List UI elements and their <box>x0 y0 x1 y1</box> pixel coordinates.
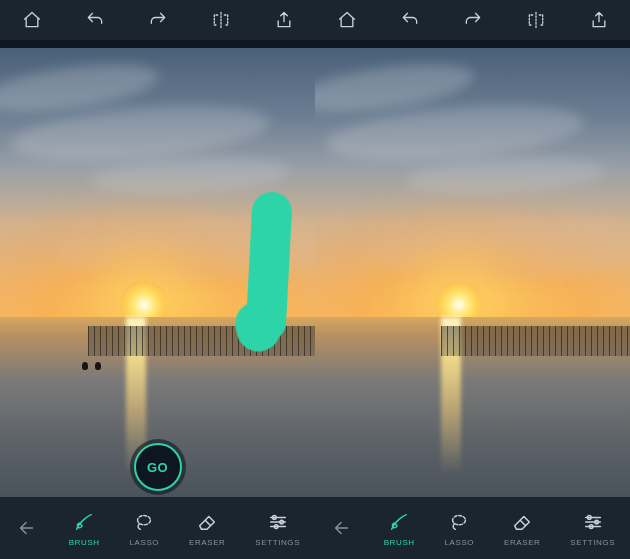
tool-eraser[interactable]: ERASER <box>189 510 226 547</box>
brush-icon <box>387 510 411 534</box>
redo-icon[interactable] <box>462 9 484 31</box>
tool-settings[interactable]: SETTINGS <box>570 510 615 547</box>
back-button[interactable] <box>330 516 354 540</box>
image-canvas[interactable]: GO <box>0 48 315 497</box>
lasso-icon <box>132 510 156 534</box>
flip-icon[interactable] <box>525 9 547 31</box>
tool-brush[interactable]: BRUSH <box>384 510 415 547</box>
sliders-icon <box>266 510 290 534</box>
brush-mark <box>245 191 293 343</box>
pane-left: GO BRUSH LASSO ERASER SETTINGS <box>0 0 315 559</box>
tool-brush[interactable]: BRUSH <box>69 510 100 547</box>
tool-lasso[interactable]: LASSO <box>130 510 160 547</box>
lasso-icon <box>447 510 471 534</box>
tool-label: BRUSH <box>384 538 415 547</box>
tool-label: ERASER <box>189 538 226 547</box>
bottom-toolbar: BRUSH LASSO ERASER SETTINGS <box>0 497 315 559</box>
tool-label: SETTINGS <box>570 538 615 547</box>
tool-label: BRUSH <box>69 538 100 547</box>
sunset-image <box>315 48 630 497</box>
pane-right: BRUSH LASSO ERASER SETTINGS <box>315 0 630 559</box>
image-canvas[interactable] <box>315 48 630 497</box>
undo-icon[interactable] <box>84 9 106 31</box>
share-icon[interactable] <box>273 9 295 31</box>
top-toolbar <box>315 0 630 40</box>
undo-icon[interactable] <box>399 9 421 31</box>
go-button[interactable]: GO <box>134 443 182 491</box>
tool-settings[interactable]: SETTINGS <box>255 510 300 547</box>
top-toolbar <box>0 0 315 40</box>
home-icon[interactable] <box>336 9 358 31</box>
bottom-toolbar: BRUSH LASSO ERASER SETTINGS <box>315 497 630 559</box>
tool-label: LASSO <box>130 538 160 547</box>
tool-label: LASSO <box>445 538 475 547</box>
arrow-left-icon <box>15 516 39 540</box>
eraser-icon <box>510 510 534 534</box>
share-icon[interactable] <box>588 9 610 31</box>
arrow-left-icon <box>330 516 354 540</box>
home-icon[interactable] <box>21 9 43 31</box>
back-button[interactable] <box>15 516 39 540</box>
eraser-icon <box>195 510 219 534</box>
brush-icon <box>72 510 96 534</box>
tool-eraser[interactable]: ERASER <box>504 510 541 547</box>
tool-label: ERASER <box>504 538 541 547</box>
tool-label: SETTINGS <box>255 538 300 547</box>
tool-lasso[interactable]: LASSO <box>445 510 475 547</box>
redo-icon[interactable] <box>147 9 169 31</box>
flip-icon[interactable] <box>210 9 232 31</box>
sliders-icon <box>581 510 605 534</box>
